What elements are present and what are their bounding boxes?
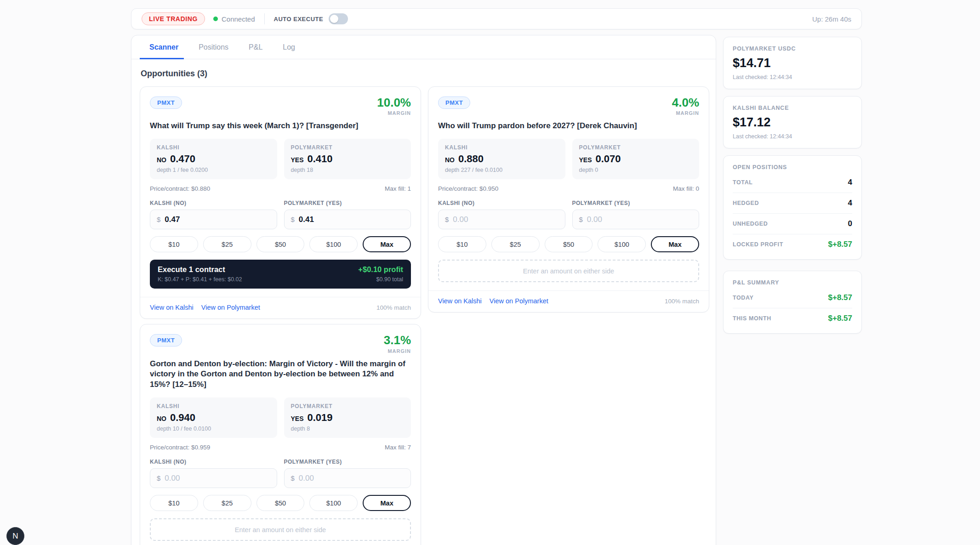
quick-amount-row: $10 $25 $50 $100 Max [150,495,411,511]
polymarket-quote-box: POLYMARKET YES 0.410 depth 18 [284,139,411,179]
card-header: PMXT 10.0% MARGIN [150,97,411,116]
polymarket-amount-input[interactable] [587,215,692,224]
quick-amount-25-button[interactable]: $25 [491,236,540,252]
open-positions-card: OPEN POSITIONS TOTAL 4 HEDGED 4 UNHEDGED… [723,155,862,260]
kalshi-amount-field[interactable]: $ [150,210,277,229]
amount-inputs-row: $ $ [150,210,411,229]
quick-amount-10-button[interactable]: $10 [150,495,198,511]
kalshi-amount-input[interactable] [165,215,270,224]
quick-amount-25-button[interactable]: $25 [203,495,251,511]
quick-amount-25-button[interactable]: $25 [203,236,251,252]
quote-row: KALSHI NO 0.470 depth 1 / fee 0.0200 POL… [150,139,411,179]
kalshi-side: NO [157,415,166,422]
kalshi-price-value: 0.880 [458,153,484,165]
kalshi-label: KALSHI [445,144,558,151]
polymarket-price-value: 0.019 [308,412,333,424]
market-title: Who will Trump pardon before 2027? [Dere… [438,121,699,131]
view-on-kalshi-link[interactable]: View on Kalshi [438,297,482,305]
kalshi-side: NO [445,156,455,164]
polymarket-side: YES [579,156,592,164]
market-title: Gorton and Denton by-election: Margin of… [150,359,411,391]
polymarket-amount-input[interactable] [299,474,404,483]
dev-indicator-button[interactable]: N [6,527,24,545]
locked-profit-label: LOCKED PROFIT [733,241,783,248]
quick-amount-max-button[interactable]: Max [363,236,411,252]
pnl-summary-rows: TODAY $+8.57 THIS MONTH $+8.57 [733,288,852,325]
connection-status-label: Connected [222,15,255,23]
card-header: PMXT 3.1% MARGIN [150,334,411,353]
pmxt-badge: PMXT [150,334,182,346]
tab-log[interactable]: Log [283,35,295,59]
margin-block: 10.0% MARGIN [377,97,411,116]
kalshi-quote-box: KALSHI NO 0.880 depth 227 / fee 0.0100 [438,139,565,179]
dollar-prefix: $ [291,216,295,223]
amount-hint-box: Enter an amount on either side [150,518,411,541]
card-footer: View on Kalshi View on Polymarket 100% m… [438,291,699,305]
unhedged-row: UNHEDGED 0 [733,214,852,234]
quick-amount-50-button[interactable]: $50 [256,495,305,511]
polymarket-price-value: 0.410 [308,153,333,165]
card-footer: View on Kalshi View on Polymarket 100% m… [150,297,411,311]
open-positions-label: OPEN POSITIONS [733,164,852,170]
contract-info-row: Price/contract: $0.880 Max fill: 1 [150,185,411,192]
today-row: TODAY $+8.57 [733,288,852,308]
polymarket-amount-input[interactable] [299,215,404,224]
dollar-prefix: $ [579,216,583,223]
quick-amount-10-button[interactable]: $10 [438,236,486,252]
quick-amount-50-button[interactable]: $50 [256,236,305,252]
quick-amount-50-button[interactable]: $50 [545,236,593,252]
quick-amount-max-button[interactable]: Max [651,236,699,252]
kalshi-amount-label: KALSHI (NO) [150,459,277,465]
quick-amount-max-button[interactable]: Max [363,495,411,511]
kalshi-amount-field[interactable]: $ [438,210,565,229]
quote-row: KALSHI NO 0.880 depth 227 / fee 0.0100 P… [438,139,699,179]
external-links: View on Kalshi View on Polymarket [150,304,260,311]
tab-pnl[interactable]: P&L [249,35,262,59]
amount-inputs-row: $ $ [150,468,411,488]
polymarket-label: POLYMARKET [291,144,405,151]
quick-amount-10-button[interactable]: $10 [150,236,198,252]
topbar-divider [264,13,265,24]
total-value: 4 [848,178,852,187]
execute-label: Execute 1 contract [158,265,242,274]
auto-execute-label: AUTO EXECUTE [274,16,324,23]
this-month-value: $+8.57 [828,314,852,323]
kalshi-price-value: 0.940 [170,412,195,424]
view-on-kalshi-link[interactable]: View on Kalshi [150,304,194,311]
polymarket-amount-field[interactable]: $ [572,210,700,229]
execute-button[interactable]: Execute 1 contract K: $0.47 + P: $0.41 +… [150,260,411,289]
this-month-label: THIS MONTH [733,315,771,322]
price-per-contract: Price/contract: $0.950 [438,185,498,192]
tab-positions[interactable]: Positions [199,35,228,59]
polymarket-amount-field[interactable]: $ [284,468,411,488]
kalshi-amount-input[interactable] [453,215,558,224]
kalshi-balance-checked: Last checked: 12:44:34 [733,133,852,140]
max-fill: Max fill: 7 [385,444,411,451]
margin-block: 3.1% MARGIN [384,334,411,353]
margin-label: MARGIN [377,110,411,116]
kalshi-depth: depth 1 / fee 0.0200 [157,167,270,173]
tab-scanner[interactable]: Scanner [149,35,178,59]
polymarket-usdc-checked: Last checked: 12:44:34 [733,74,852,80]
polymarket-amount-field[interactable]: $ [284,210,411,229]
execute-detail: K: $0.47 + P: $0.41 + fees: $0.02 [158,276,242,283]
kalshi-amount-input[interactable] [165,474,270,483]
view-on-polymarket-link[interactable]: View on Polymarket [490,297,548,305]
locked-profit-value: $+8.57 [828,240,852,249]
auto-execute-toggle[interactable] [329,13,348,24]
quick-amount-100-button[interactable]: $100 [309,495,358,511]
view-on-polymarket-link[interactable]: View on Polymarket [201,304,260,311]
polymarket-amount-label: POLYMARKET (YES) [284,200,411,206]
margin-label: MARGIN [384,348,411,354]
opportunity-card: PMXT 3.1% MARGIN Gorton and Denton by-el… [140,324,421,545]
quick-amount-100-button[interactable]: $100 [309,236,358,252]
margin-value: 4.0% [672,97,699,109]
kalshi-amount-field[interactable]: $ [150,468,277,488]
quick-amount-100-button[interactable]: $100 [598,236,646,252]
polymarket-label: POLYMARKET [579,144,693,151]
today-label: TODAY [733,295,753,301]
hedged-row: HEDGED 4 [733,193,852,214]
match-percent: 100% match [376,304,411,311]
margin-label: MARGIN [672,110,699,116]
amount-input-labels: KALSHI (NO) POLYMARKET (YES) [438,200,699,206]
